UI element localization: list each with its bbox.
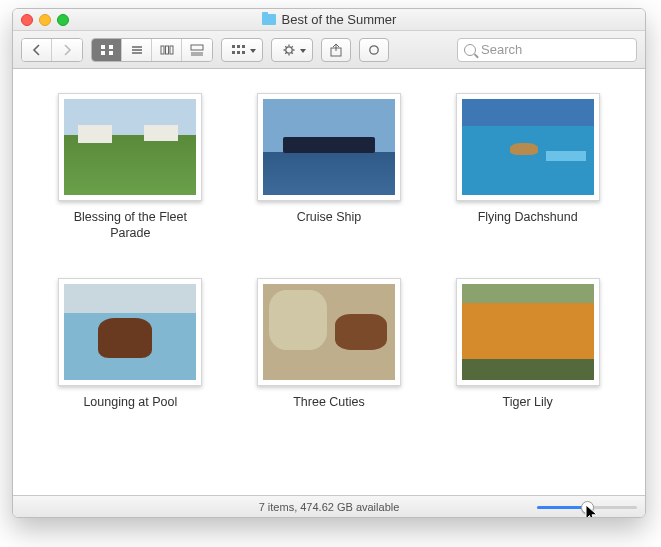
window-title: Best of the Summer bbox=[282, 12, 397, 27]
slider-knob[interactable] bbox=[581, 501, 594, 514]
file-item[interactable]: Blessing of the Fleet Parade bbox=[50, 93, 210, 242]
folder-icon bbox=[262, 14, 276, 25]
file-label: Flying Dachshund bbox=[478, 209, 578, 225]
status-bar: 7 items, 474.62 GB available bbox=[13, 495, 645, 517]
svg-rect-17 bbox=[237, 51, 240, 54]
file-label: Three Cuties bbox=[293, 394, 365, 410]
chevron-left-icon bbox=[29, 43, 45, 57]
coverflow-view-button[interactable] bbox=[182, 39, 212, 61]
file-item[interactable]: Flying Dachshund bbox=[448, 93, 608, 242]
gear-icon bbox=[281, 43, 297, 57]
file-item[interactable]: Cruise Ship bbox=[249, 93, 409, 242]
arrange-icon bbox=[231, 43, 247, 57]
svg-rect-14 bbox=[237, 45, 240, 48]
chevron-right-icon bbox=[59, 43, 75, 57]
column-view-button[interactable] bbox=[152, 39, 182, 61]
svg-rect-16 bbox=[232, 51, 235, 54]
share-icon bbox=[328, 43, 344, 57]
svg-rect-9 bbox=[170, 46, 173, 54]
nav-buttons bbox=[21, 38, 83, 62]
svg-rect-3 bbox=[109, 51, 113, 55]
coverflow-icon bbox=[189, 43, 205, 57]
file-label: Lounging at Pool bbox=[83, 394, 177, 410]
svg-rect-10 bbox=[191, 45, 203, 50]
status-text: 7 items, 474.62 GB available bbox=[259, 501, 400, 513]
thumbnail bbox=[58, 93, 202, 201]
svg-point-30 bbox=[370, 45, 378, 53]
icon-view-button[interactable] bbox=[92, 39, 122, 61]
file-label: Blessing of the Fleet Parade bbox=[55, 209, 205, 242]
tag-icon bbox=[366, 43, 382, 57]
window-close-button[interactable] bbox=[21, 14, 33, 26]
content-area[interactable]: Blessing of the Fleet Parade Cruise Ship… bbox=[13, 69, 645, 495]
file-label: Tiger Lily bbox=[503, 394, 553, 410]
forward-button[interactable] bbox=[52, 39, 82, 61]
thumbnail bbox=[456, 93, 600, 201]
svg-point-19 bbox=[286, 46, 292, 52]
svg-rect-18 bbox=[242, 51, 245, 54]
thumbnail bbox=[257, 278, 401, 386]
svg-rect-0 bbox=[101, 45, 105, 49]
finder-window: Best of the Summer bbox=[12, 8, 646, 518]
titlebar: Best of the Summer bbox=[13, 9, 645, 31]
svg-rect-2 bbox=[101, 51, 105, 55]
thumbnail bbox=[456, 278, 600, 386]
file-label: Cruise Ship bbox=[297, 209, 362, 225]
action-button[interactable] bbox=[271, 38, 313, 62]
svg-rect-8 bbox=[165, 46, 168, 54]
svg-line-26 bbox=[292, 46, 293, 47]
toolbar: Search bbox=[13, 31, 645, 69]
columns-icon bbox=[159, 43, 175, 57]
window-zoom-button[interactable] bbox=[57, 14, 69, 26]
svg-line-27 bbox=[285, 52, 286, 53]
file-item[interactable]: Tiger Lily bbox=[448, 278, 608, 410]
share-button[interactable] bbox=[321, 38, 351, 62]
search-field[interactable]: Search bbox=[457, 38, 637, 62]
tags-button[interactable] bbox=[359, 38, 389, 62]
file-item[interactable]: Three Cuties bbox=[249, 278, 409, 410]
file-item[interactable]: Lounging at Pool bbox=[50, 278, 210, 410]
search-icon bbox=[464, 44, 476, 56]
svg-rect-15 bbox=[242, 45, 245, 48]
back-button[interactable] bbox=[22, 39, 52, 61]
search-placeholder: Search bbox=[481, 42, 522, 57]
svg-line-24 bbox=[285, 46, 286, 47]
icon-size-slider[interactable] bbox=[537, 500, 637, 514]
view-mode-buttons bbox=[91, 38, 213, 62]
list-icon bbox=[129, 43, 145, 57]
list-view-button[interactable] bbox=[122, 39, 152, 61]
thumbnail bbox=[58, 278, 202, 386]
svg-rect-1 bbox=[109, 45, 113, 49]
svg-rect-13 bbox=[232, 45, 235, 48]
arrange-button[interactable] bbox=[221, 38, 263, 62]
thumbnail bbox=[257, 93, 401, 201]
svg-line-25 bbox=[292, 52, 293, 53]
svg-rect-7 bbox=[161, 46, 164, 54]
grid-icon bbox=[99, 43, 115, 57]
window-minimize-button[interactable] bbox=[39, 14, 51, 26]
